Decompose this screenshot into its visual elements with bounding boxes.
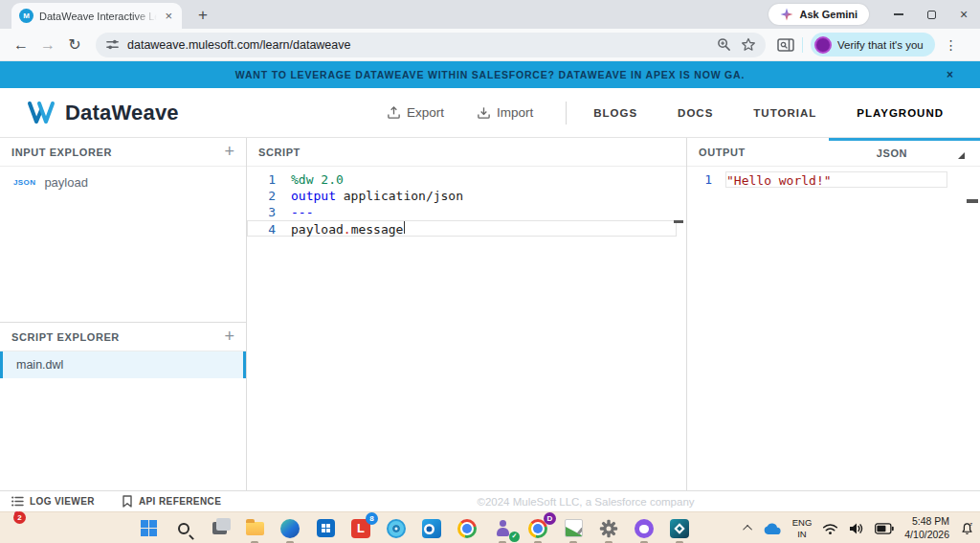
script-editor[interactable]: 1%dw 2.0 2output application/json 3--- 4…	[247, 167, 686, 490]
maximize-button[interactable]	[915, 0, 947, 29]
api-reference-label: API REFERENCE	[139, 496, 221, 507]
code-token: payload	[291, 221, 344, 236]
output-line-1: 1"Hello world!"	[687, 171, 980, 188]
browser-titlebar: M DataWeave Interactive Learning × + Ask…	[0, 0, 980, 29]
reload-button[interactable]: ↻	[61, 35, 88, 54]
header-actions: Export Import BLOGS DOCS TUTORIAL PLAYGR…	[387, 102, 953, 124]
l-app-button[interactable]: L8	[349, 517, 372, 540]
bookmark-star-icon[interactable]	[741, 37, 756, 53]
verify-identity-button[interactable]: Verify that it's you	[811, 33, 935, 57]
settings-button[interactable]	[597, 517, 620, 540]
code-token: %dw	[291, 171, 313, 188]
file-explorer-button[interactable]	[243, 517, 266, 540]
outlook-button[interactable]	[420, 517, 443, 540]
task-view-button[interactable]	[208, 517, 231, 540]
nav-docs[interactable]: DOCS	[678, 107, 713, 119]
code-token: ---	[291, 204, 313, 220]
output-format-tab-json[interactable]: JSON	[829, 138, 980, 166]
speaker-icon[interactable]	[849, 522, 864, 535]
onedrive-cloud-icon[interactable]	[763, 522, 782, 535]
taskbar-clock[interactable]: 5:48 PM 4/10/2026	[904, 515, 949, 541]
export-icon	[387, 105, 401, 120]
minimize-button[interactable]	[882, 0, 915, 29]
address-bar[interactable]: dataweave.mulesoft.com/learn/dataweave	[96, 33, 766, 57]
ask-gemini-button[interactable]: Ask Gemini	[768, 4, 869, 25]
output-viewer[interactable]: 1"Hello world!"	[687, 167, 980, 490]
image-editor-button[interactable]	[562, 517, 585, 540]
nav-playground[interactable]: PLAYGROUND	[857, 107, 944, 119]
url-text[interactable]: dataweave.mulesoft.com/learn/dataweave	[127, 38, 709, 52]
start-button[interactable]	[137, 517, 160, 540]
dataweave-brand[interactable]: DataWeave	[27, 101, 179, 125]
site-header: DataWeave Export Import BLOGS	[0, 88, 980, 138]
mulesoft-favicon-icon: M	[19, 9, 33, 23]
browser-tab[interactable]: M DataWeave Interactive Learning ×	[11, 3, 182, 29]
edge-button[interactable]	[278, 517, 301, 540]
output-panel-title: OUTPUT	[687, 147, 746, 158]
script-panel: SCRIPT 1%dw 2.0 2output application/json…	[247, 138, 687, 490]
export-button[interactable]: Export	[387, 105, 444, 120]
hidden-icons-chevron-icon[interactable]	[743, 525, 752, 534]
line-number: 2	[247, 188, 291, 204]
import-label: Import	[497, 105, 533, 120]
nav-blogs[interactable]: BLOGS	[593, 107, 637, 119]
playground-main: INPUT EXPLORER + JSON payload SCRIPT EXP…	[0, 138, 980, 490]
search-button[interactable]	[172, 517, 195, 540]
output-scrollbar-thumb[interactable]	[967, 199, 978, 203]
bookmark-icon	[122, 495, 133, 508]
banner-close-icon[interactable]: ×	[947, 68, 953, 81]
status-check-badge: ✓	[509, 532, 520, 542]
forward-button[interactable]: →	[34, 36, 61, 54]
api-reference-button[interactable]: API REFERENCE	[122, 495, 221, 508]
task-view-icon	[212, 522, 227, 534]
chrome-profile-button[interactable]: D	[526, 517, 549, 540]
code-token: application/json	[336, 188, 463, 204]
profile-avatar	[814, 36, 832, 54]
battery-icon[interactable]	[875, 523, 894, 534]
script-file-main-dwl[interactable]: main.dwl	[0, 351, 246, 378]
code-line-4-active[interactable]: 4payload.message	[247, 220, 677, 237]
log-viewer-button[interactable]: LOG VIEWER	[11, 496, 95, 507]
language-indicator[interactable]: ENG IN	[792, 517, 813, 540]
export-label: Export	[407, 105, 444, 120]
code-line-1[interactable]: 1%dw 2.0	[247, 171, 686, 188]
window-close-button[interactable]: ×	[947, 0, 980, 29]
new-tab-button[interactable]: +	[191, 6, 214, 25]
viewer-3d-button[interactable]	[668, 517, 691, 540]
bottom-toolbar: LOG VIEWER API REFERENCE ©2024 MuleSoft …	[0, 490, 980, 511]
log-viewer-label: LOG VIEWER	[30, 496, 95, 507]
add-script-button[interactable]: +	[224, 327, 234, 347]
dataweave-logo-icon	[27, 101, 56, 125]
notification-bell-icon[interactable]: z	[960, 521, 974, 535]
eye-app-button[interactable]	[385, 517, 408, 540]
script-explorer-title: SCRIPT EXPLORER	[11, 331, 120, 343]
import-button[interactable]: Import	[477, 105, 533, 120]
editor-scrollbar-thumb[interactable]	[674, 220, 683, 223]
zoom-page-icon[interactable]	[717, 37, 731, 52]
language-line1: ENG	[792, 517, 813, 529]
code-line-2[interactable]: 2output application/json	[247, 188, 686, 204]
output-value: "Hello world!"	[725, 171, 947, 188]
input-item-payload[interactable]: JSON payload	[0, 167, 246, 197]
search-icon	[178, 523, 189, 534]
site-settings-icon[interactable]	[105, 37, 120, 52]
copyright-text: ©2024 MuleSoft LLC, a Salesforce company	[477, 496, 694, 508]
microsoft-store-button[interactable]	[314, 517, 337, 540]
ask-gemini-label: Ask Gemini	[799, 9, 858, 20]
chrome-icon	[457, 519, 477, 538]
explorer-sidebar: INPUT EXPLORER + JSON payload SCRIPT EXP…	[0, 138, 247, 490]
chrome-button[interactable]	[456, 517, 479, 540]
wifi-icon[interactable]	[822, 522, 838, 535]
nav-tutorial[interactable]: TUTORIAL	[753, 107, 816, 119]
person-icon	[497, 526, 508, 537]
side-panel-search-icon[interactable]	[777, 37, 794, 53]
tab-close-icon[interactable]: ×	[163, 9, 174, 23]
teams-button[interactable]: ✓	[491, 517, 514, 540]
github-desktop-button[interactable]	[633, 517, 656, 540]
browser-menu-button[interactable]: ⋮	[945, 37, 958, 53]
code-line-3[interactable]: 3---	[247, 204, 686, 220]
code-token: message	[351, 221, 404, 236]
back-button[interactable]: ←	[8, 36, 34, 54]
add-input-button[interactable]: +	[224, 142, 234, 162]
format-dropdown-icon[interactable]	[958, 152, 965, 159]
